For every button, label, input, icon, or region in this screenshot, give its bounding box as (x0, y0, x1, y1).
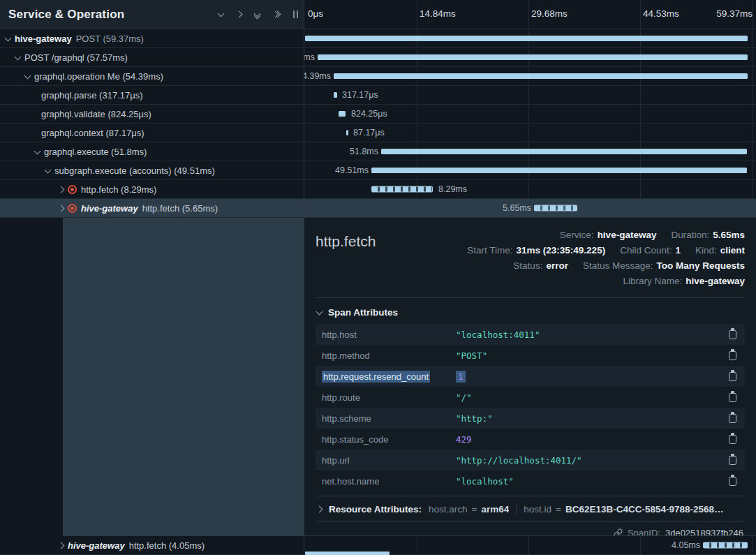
attribute-row[interactable]: http.method "POST" (316, 345, 745, 366)
attribute-key: http.host (322, 330, 456, 340)
caret-down-icon[interactable] (34, 147, 41, 154)
collapse-all-icon[interactable] (255, 11, 260, 18)
error-icon (68, 204, 77, 213)
copy-icon[interactable] (729, 393, 736, 402)
span-row-selected[interactable]: hive-gateway http.fetch (5.65ms) 5.65ms (0, 199, 756, 218)
span-tree-cell: graphql.context (87.17μs) (0, 124, 304, 142)
span-row[interactable]: graphql.context (87.17μs) 87.17μs (0, 124, 756, 142)
attribute-key: http.url (322, 455, 456, 466)
span-attributes-header[interactable]: Span Attributes (316, 298, 745, 324)
panel-resize-handle[interactable] (293, 10, 298, 18)
panel-divider[interactable] (304, 0, 304, 555)
span-row[interactable]: graphql.operation Me (54.39ms) 54.39ms (0, 67, 756, 86)
attribute-value: "http://localhost:4011/" (456, 455, 582, 466)
ruler-tick: 44.53ms (643, 8, 679, 19)
caret-right-icon[interactable] (58, 205, 65, 212)
expand-one-icon[interactable] (237, 12, 242, 17)
span-tree-cell: graphql.operation Me (54.39ms) (0, 67, 304, 85)
timeline-ruler: 0μs 14.84ms 29.68ms 44.53ms 59.37ms (304, 0, 756, 29)
span-tree-cell: hive-gateway POST (59.37ms) (0, 29, 304, 47)
span-label: subgraph.execute (accounts) (49.51ms) (54, 165, 215, 176)
span-timeline-cell: 8.29ms (304, 180, 756, 198)
span-tree-cell: http.fetch (8.29ms) (0, 180, 304, 198)
span-duration-bar[interactable] (334, 92, 337, 98)
copy-icon[interactable] (729, 456, 736, 465)
span-tree-cell: graphql.execute (51.8ms) (0, 142, 304, 161)
span-tree-cell: subgraph.execute (accounts) (49.51ms) (0, 161, 304, 179)
copy-icon[interactable] (729, 351, 736, 360)
caret-down-icon[interactable] (24, 72, 31, 79)
span-row[interactable]: graphql.parse (317.17μs) 317.17μs (0, 86, 756, 105)
span-row[interactable]: graphql.execute (51.8ms) 51.8ms (0, 142, 756, 161)
bar-duration-label: 57.57ms (304, 52, 315, 62)
copy-icon[interactable] (729, 414, 736, 423)
caret-down-icon[interactable] (45, 166, 52, 173)
ruler-tick: 29.68ms (531, 8, 568, 19)
resource-attributes-row[interactable]: Resource Attributes: host.arch = arm64 h… (316, 496, 745, 521)
bar-duration-label: 824.25μs (351, 109, 387, 119)
span-row[interactable]: hive-gateway POST (59.37ms) (0, 29, 756, 48)
span-duration-bar[interactable] (305, 36, 748, 41)
span-duration-bar[interactable] (346, 130, 348, 135)
span-label: graphql.context (87.17μs) (41, 128, 144, 138)
tree-header-controls (218, 0, 298, 29)
copy-icon[interactable] (729, 330, 736, 339)
attribute-row[interactable]: http.status_code 429 (316, 429, 745, 450)
copy-icon[interactable] (729, 477, 736, 486)
span-row[interactable]: POST /graphql (57.57ms) 57.57ms (0, 48, 756, 67)
attribute-key: http.status_code (322, 434, 456, 445)
span-timeline-cell: 87.17μs (304, 124, 756, 142)
span-service: hive-gateway (15, 34, 72, 44)
status-label: Status: (513, 258, 542, 274)
attribute-key: http.request.resend_count (322, 371, 456, 382)
collapse-one-icon[interactable] (218, 13, 223, 16)
attribute-row[interactable]: http.host "localhost:4011" (316, 324, 745, 345)
error-icon (68, 185, 77, 194)
attribute-value: "localhost:4011" (456, 330, 540, 340)
span-duration-bar[interactable] (339, 111, 346, 117)
span-timeline-cell: 54.39ms (304, 67, 756, 85)
span-duration-bar[interactable] (371, 168, 747, 173)
copy-icon[interactable] (729, 372, 736, 381)
span-row[interactable]: subgraph.execute (accounts) (49.51ms) 49… (0, 161, 756, 180)
attribute-row[interactable]: http.route "/" (316, 387, 745, 408)
span-id-value: 3de02518937fb246 (665, 528, 743, 536)
child-count-value: 1 (675, 243, 681, 258)
span-label: graphql.parse (317.17μs) (41, 90, 143, 101)
link-icon[interactable] (614, 528, 623, 536)
span-duration-bar[interactable] (305, 552, 390, 555)
attribute-row[interactable]: http.request.resend_count 1 (316, 366, 745, 387)
attribute-row[interactable]: http.url "http://localhost:4011/" (316, 450, 745, 471)
span-duration-bar[interactable] (534, 205, 577, 212)
span-duration-bar[interactable] (334, 73, 748, 79)
start-time-value: 31ms (23:35:49.225) (517, 243, 606, 258)
bar-duration-label: 51.8ms (350, 147, 378, 156)
span-duration-bar[interactable] (381, 149, 747, 154)
resource-attributes-title: Resource Attributes: (329, 504, 422, 515)
attribute-key: http.method (322, 350, 456, 361)
trace-viewer: Service & Operation 0μs 14.84ms 29.68ms … (0, 0, 756, 555)
copy-icon[interactable] (729, 435, 736, 444)
span-duration-bar[interactable] (371, 186, 433, 193)
caret-down-icon[interactable] (5, 34, 12, 41)
span-duration-bar[interactable] (318, 54, 748, 60)
span-timeline-cell: 317.17μs (304, 86, 756, 104)
attribute-row[interactable]: http.scheme "http:" (316, 408, 745, 429)
duration-value: 5.65ms (713, 228, 745, 243)
span-row[interactable]: graphql.validate (824.25μs) 824.25μs (0, 105, 756, 124)
caret-right-icon[interactable] (58, 186, 65, 193)
expand-all-icon[interactable] (273, 12, 280, 17)
span-row[interactable]: http.fetch (8.29ms) 8.29ms (0, 180, 756, 199)
start-time-label: Start Time: (467, 243, 512, 258)
caret-down-icon[interactable] (15, 53, 22, 60)
span-label: graphql.operation Me (54.39ms) (34, 71, 163, 82)
caret-right-icon[interactable] (58, 542, 65, 549)
caret-right-icon (316, 505, 323, 512)
resource-separator (516, 503, 517, 515)
duration-label: Duration: (671, 228, 709, 243)
span-timeline-cell: 49.51ms (304, 161, 756, 179)
attribute-value: "/" (456, 392, 472, 403)
selected-span-expansion-area (63, 218, 304, 536)
attribute-row[interactable]: net.host.name "localhost" (316, 471, 745, 491)
span-duration-bar[interactable] (703, 542, 748, 549)
